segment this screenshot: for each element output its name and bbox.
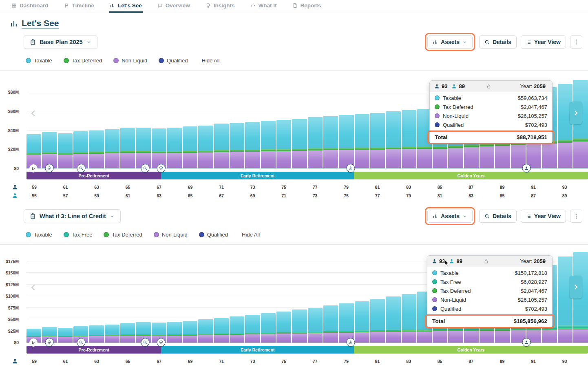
search-milestone-icon[interactable] bbox=[77, 164, 85, 172]
bar-age-61[interactable] bbox=[58, 328, 73, 343]
person-milestone-icon[interactable] bbox=[522, 338, 531, 347]
bar-age-72[interactable] bbox=[230, 123, 244, 168]
year-view-button[interactable]: Year View bbox=[521, 35, 566, 49]
nav-item-let-s-see[interactable]: Let's See bbox=[109, 2, 143, 13]
search-milestone-icon[interactable] bbox=[141, 338, 149, 347]
bar-age-59[interactable] bbox=[27, 134, 41, 168]
bar-age-60[interactable] bbox=[42, 132, 57, 168]
bar-age-76[interactable] bbox=[292, 119, 307, 168]
bar-age-71[interactable] bbox=[214, 318, 229, 343]
bar-age-61[interactable] bbox=[58, 133, 73, 168]
bar-age-79[interactable] bbox=[339, 115, 354, 168]
nav-item-overview[interactable]: Overview bbox=[157, 2, 191, 13]
bar-age-74[interactable] bbox=[261, 121, 276, 168]
bar-age-78[interactable] bbox=[323, 116, 338, 168]
bar-age-83[interactable] bbox=[402, 294, 416, 343]
age-label: 77 bbox=[313, 185, 318, 190]
bar-age-68[interactable] bbox=[167, 128, 182, 168]
bar-age-93[interactable] bbox=[558, 256, 573, 343]
legend-item-non-liquid[interactable]: Non-Liquid bbox=[113, 57, 147, 64]
legend-item-tax-deferred[interactable]: Tax Deferred bbox=[104, 232, 142, 238]
hide-all-link[interactable]: Hide All bbox=[201, 57, 219, 64]
nav-item-dashboard[interactable]: Dashboard bbox=[11, 2, 49, 13]
legend-item-taxable[interactable]: Taxable bbox=[26, 232, 52, 238]
legend-item-tax-free[interactable]: Tax Free bbox=[64, 232, 93, 238]
bar-age-82[interactable] bbox=[386, 111, 400, 168]
sailboat-milestone-icon[interactable] bbox=[346, 164, 355, 172]
prev-arrow-icon[interactable] bbox=[29, 109, 38, 119]
bar-age-69[interactable] bbox=[183, 321, 197, 343]
details-button[interactable]: Details bbox=[479, 210, 517, 223]
bar-age-75[interactable] bbox=[276, 120, 291, 168]
bar-age-68[interactable] bbox=[167, 322, 182, 343]
legend-item-non-liquid[interactable]: Non-Liquid bbox=[154, 232, 188, 238]
bar-age-77[interactable] bbox=[308, 308, 323, 343]
bar-segment-qualified bbox=[230, 342, 244, 343]
nav-item-insights[interactable]: Insights bbox=[205, 2, 236, 13]
bar-age-66[interactable] bbox=[136, 128, 150, 168]
bar-age-63[interactable] bbox=[89, 130, 104, 168]
bar-age-73[interactable] bbox=[245, 315, 260, 343]
bar-age-76[interactable] bbox=[292, 310, 307, 343]
person-milestone-icon[interactable] bbox=[522, 164, 531, 172]
bar-age-69[interactable] bbox=[183, 126, 197, 168]
assets-dropdown-button[interactable]: Assets bbox=[427, 35, 473, 49]
nav-item-reports[interactable]: Reports bbox=[292, 2, 322, 13]
bar-age-93[interactable] bbox=[558, 84, 573, 168]
prev-arrow-icon[interactable] bbox=[29, 283, 38, 294]
umbrella-milestone-icon[interactable] bbox=[157, 338, 166, 347]
bar-age-65[interactable] bbox=[120, 128, 135, 168]
next-button[interactable] bbox=[570, 102, 582, 124]
more-options-button[interactable] bbox=[570, 210, 582, 223]
bar-age-67[interactable] bbox=[152, 128, 166, 168]
bar-age-83[interactable] bbox=[402, 110, 416, 168]
bar-age-74[interactable] bbox=[261, 313, 276, 343]
next-button[interactable] bbox=[570, 276, 582, 298]
legend-item-qualified[interactable]: Qualified bbox=[199, 232, 228, 238]
plan-selector[interactable]: What if 3: Line of Credit bbox=[24, 209, 121, 223]
search-milestone-icon[interactable] bbox=[77, 338, 85, 347]
sailboat-milestone-icon[interactable] bbox=[346, 338, 355, 347]
umbrella-milestone-icon[interactable] bbox=[45, 338, 54, 347]
bar-segment-non-liquid bbox=[89, 154, 104, 168]
search-milestone-icon[interactable] bbox=[141, 164, 149, 172]
bar-age-77[interactable] bbox=[308, 117, 323, 168]
umbrella-milestone-icon[interactable] bbox=[157, 164, 166, 172]
play-milestone-icon[interactable] bbox=[29, 338, 38, 347]
more-options-button[interactable] bbox=[570, 35, 582, 49]
person-secondary-icon bbox=[12, 192, 18, 199]
nav-item-timeline[interactable]: Timeline bbox=[63, 2, 95, 13]
bar-age-73[interactable] bbox=[245, 122, 260, 169]
hide-all-link[interactable]: Hide All bbox=[242, 232, 260, 238]
bar-age-81[interactable] bbox=[370, 299, 385, 343]
bar-age-79[interactable] bbox=[339, 303, 354, 343]
bar-age-64[interactable] bbox=[105, 325, 119, 343]
bar-age-81[interactable] bbox=[370, 113, 385, 168]
nav-item-what-if[interactable]: What If bbox=[250, 2, 278, 13]
bar-age-70[interactable] bbox=[198, 126, 213, 168]
bar-segment-qualified bbox=[417, 342, 432, 343]
details-button[interactable]: Details bbox=[479, 35, 517, 49]
bar-age-78[interactable] bbox=[323, 305, 338, 343]
bar-age-71[interactable] bbox=[214, 124, 229, 168]
bar-age-62[interactable] bbox=[73, 131, 88, 168]
bar-age-80[interactable] bbox=[355, 114, 369, 168]
bar-age-64[interactable] bbox=[105, 129, 119, 168]
bar-age-75[interactable] bbox=[276, 312, 291, 343]
legend-item-tax-deferred[interactable]: Tax Deferred bbox=[64, 57, 102, 64]
bar-age-65[interactable] bbox=[120, 323, 135, 343]
legend-item-qualified[interactable]: Qualified bbox=[159, 57, 188, 64]
bar-age-72[interactable] bbox=[230, 316, 244, 343]
plan-selector[interactable]: Base Plan 2025 bbox=[24, 35, 97, 49]
umbrella-milestone-icon[interactable] bbox=[45, 164, 54, 172]
year-view-button[interactable]: Year View bbox=[521, 210, 566, 223]
bar-age-70[interactable] bbox=[198, 319, 213, 343]
bar-age-63[interactable] bbox=[89, 325, 104, 343]
bar-segment-taxable bbox=[183, 126, 197, 151]
legend-item-taxable[interactable]: Taxable bbox=[26, 57, 52, 64]
play-milestone-icon[interactable] bbox=[29, 164, 38, 172]
bar-age-80[interactable] bbox=[355, 301, 369, 343]
legend-label: Taxable bbox=[34, 57, 52, 64]
bar-age-82[interactable] bbox=[386, 296, 400, 343]
assets-dropdown-button[interactable]: Assets bbox=[427, 210, 473, 223]
